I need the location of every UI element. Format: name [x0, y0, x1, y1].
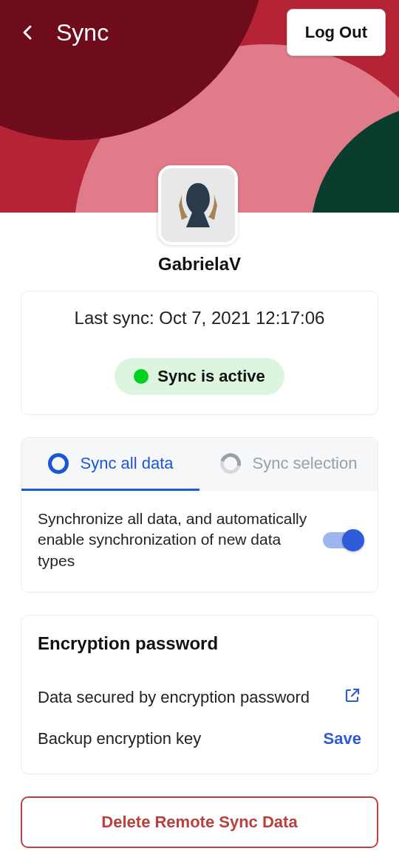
- avatar[interactable]: [158, 165, 238, 245]
- chevron-left-icon: [19, 24, 37, 41]
- external-link-icon: [344, 686, 361, 709]
- sync-mode-tabs: Sync all data Sync selection: [21, 438, 378, 491]
- logout-button[interactable]: Log Out: [287, 9, 386, 56]
- circle-partial-icon: [216, 449, 244, 477]
- delete-remote-data-button[interactable]: Delete Remote Sync Data: [21, 796, 378, 848]
- sync-badge-text: Sync is active: [157, 367, 265, 386]
- avatar-image: [161, 168, 235, 242]
- sync-all-description: Synchronize all data, and automatically …: [38, 509, 310, 571]
- sync-all-row: Synchronize all data, and automatically …: [21, 491, 378, 592]
- tab-label: Sync selection: [253, 454, 358, 473]
- profile-block: GabrielaV: [158, 165, 241, 275]
- status-dot-icon: [134, 369, 149, 384]
- back-button[interactable]: [13, 18, 43, 47]
- encryption-secured-row[interactable]: Data secured by encryption password: [38, 676, 361, 719]
- sync-mode-card: Sync all data Sync selection Synchronize…: [21, 437, 378, 593]
- toggle-knob: [342, 529, 364, 551]
- backup-key-label: Backup encryption key: [38, 729, 201, 748]
- save-backup-button[interactable]: Save: [324, 729, 361, 748]
- tab-sync-selection[interactable]: Sync selection: [200, 438, 378, 491]
- encryption-secured-label: Data secured by encryption password: [38, 688, 310, 707]
- last-sync-label: Last sync: Oct 7, 2021 12:17:06: [35, 308, 364, 328]
- page-title: Sync: [56, 19, 109, 46]
- top-bar: Sync Log Out: [0, 0, 399, 65]
- sync-active-badge: Sync is active: [115, 358, 284, 395]
- encryption-card: Encryption password Data secured by encr…: [21, 615, 378, 774]
- tab-sync-all[interactable]: Sync all data: [21, 438, 200, 491]
- encryption-title: Encryption password: [38, 633, 361, 654]
- username-label: GabrielaV: [158, 254, 241, 275]
- sync-status-card: Last sync: Oct 7, 2021 12:17:06 Sync is …: [21, 291, 378, 415]
- sync-all-toggle[interactable]: [323, 532, 361, 548]
- backup-key-row: Backup encryption key Save: [38, 719, 361, 759]
- circle-full-icon: [48, 453, 69, 474]
- tab-label: Sync all data: [81, 454, 174, 473]
